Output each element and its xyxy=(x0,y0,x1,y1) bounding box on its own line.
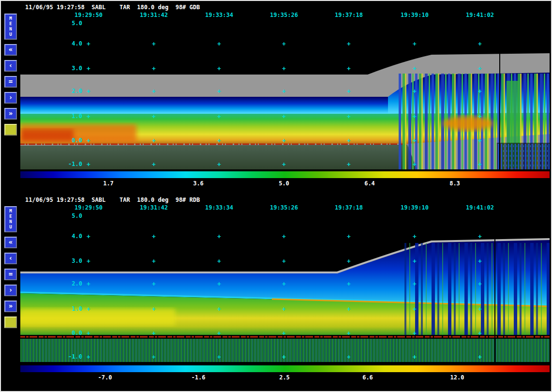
step-back-button[interactable]: ‹ xyxy=(4,253,17,264)
time-tick-label: 19:31:42 xyxy=(140,12,168,18)
grid-plus-mark: + xyxy=(217,40,221,47)
colorbar-tick-label: 12.0 xyxy=(450,374,464,381)
panel-rdb: 11/06/95 19:27:58 SABL TAR 180.0 deg 98#… xyxy=(1,194,551,391)
altitude-tick-label: 2.0 xyxy=(60,88,82,94)
colorbar-tick-label: -1.6 xyxy=(192,374,206,381)
panel-header: 11/06/95 19:27:58 SABL TAR 180.0 deg 98#… xyxy=(25,196,200,203)
grid-plus-mark: + xyxy=(347,40,351,47)
colorbar-tick-label: 1.7 xyxy=(103,180,114,187)
altitude-tick-label: -1.0 xyxy=(60,161,82,167)
time-tick-label: 19:33:34 xyxy=(205,204,233,211)
time-tick-label: 19:39:10 xyxy=(401,204,429,211)
time-tick-label: 19:41:02 xyxy=(466,12,494,18)
altitude-tick-label: 5.0 xyxy=(60,20,82,27)
altitude-tick-label: 1.0 xyxy=(60,113,82,120)
step-forward-button[interactable]: › xyxy=(4,92,17,104)
step-back-button[interactable]: ‹ xyxy=(4,60,17,72)
cursor-line[interactable] xyxy=(499,52,500,169)
altitude-tick-label: 0.0 xyxy=(60,137,82,144)
pause-button[interactable]: = xyxy=(4,76,17,88)
altitude-tick-label: 4.0 xyxy=(60,40,82,47)
altitude-tick-label: 1.0 xyxy=(60,305,82,312)
altitude-tick-label: 2.0 xyxy=(60,280,82,287)
time-tick-label: 19:37:18 xyxy=(335,204,363,211)
time-tick-label: 19:29:50 xyxy=(75,204,103,211)
step-forward-button[interactable]: › xyxy=(4,285,17,296)
time-tick-label: 19:41:02 xyxy=(466,204,494,211)
pause-button[interactable]: = xyxy=(4,269,17,280)
fast-forward-button[interactable]: » xyxy=(4,301,17,312)
panel-toolbar: MENU « ‹ = › » xyxy=(4,14,17,136)
time-tick-label: 19:39:10 xyxy=(401,12,429,18)
fast-forward-button[interactable]: » xyxy=(4,108,17,120)
altitude-tick-label: 0.0 xyxy=(60,330,82,336)
color-swatch-button[interactable] xyxy=(4,124,17,136)
colorbar-tick-label: 8.3 xyxy=(449,180,460,187)
time-tick-label: 19:35:26 xyxy=(270,12,298,18)
colorbar-gdb xyxy=(20,171,550,178)
colorbar-tick-label: -7.0 xyxy=(98,374,112,381)
grid-plus-mark: + xyxy=(87,40,90,47)
backscatter-curtain-gdb xyxy=(20,52,550,169)
altitude-tick-label: 3.0 xyxy=(60,257,82,264)
rewind-button[interactable]: « xyxy=(4,44,17,56)
grid-plus-mark: + xyxy=(413,40,417,47)
panel-header: 11/06/95 19:27:58 SABL TAR 180.0 deg 98#… xyxy=(25,4,200,11)
panel-gdb: 11/06/95 19:27:58 SABL TAR 180.0 deg 98#… xyxy=(1,1,551,194)
colorbar-tick-label: 6.6 xyxy=(362,374,373,381)
time-tick-label: 19:29:50 xyxy=(75,12,103,18)
altitude-tick-label: -1.0 xyxy=(60,353,82,360)
colorbar-tick-label: 3.6 xyxy=(193,180,204,187)
menu-button[interactable]: MENU xyxy=(4,14,17,40)
altitude-tick-label: 4.0 xyxy=(60,233,82,240)
rewind-button[interactable]: « xyxy=(4,237,17,248)
color-swatch-button[interactable] xyxy=(4,317,17,328)
grid-plus-mark: + xyxy=(152,40,156,47)
time-tick-label: 19:35:26 xyxy=(270,204,298,211)
time-tick-label: 19:33:34 xyxy=(205,12,233,18)
backscatter-curtain-rdb xyxy=(20,238,550,362)
colorbar-tick-label: 2.5 xyxy=(279,374,290,381)
colorbar-tick-label: 5.0 xyxy=(279,180,289,187)
grid-plus-mark: + xyxy=(282,40,286,47)
time-tick-label: 19:37:18 xyxy=(335,12,363,18)
altitude-tick-label: 5.0 xyxy=(60,212,82,219)
time-tick-label: 19:31:42 xyxy=(140,204,168,211)
colorbar-rdb xyxy=(20,365,550,372)
panel-toolbar: MENU « ‹ = › » xyxy=(4,206,17,328)
altitude-tick-label: 3.0 xyxy=(60,65,82,72)
menu-button[interactable]: MENU xyxy=(4,206,17,232)
grid-plus-mark: + xyxy=(478,40,482,47)
colorbar-tick-label: 6.4 xyxy=(364,180,375,187)
cursor-line[interactable] xyxy=(494,238,495,362)
sabl-display-window: 11/06/95 19:27:58 SABL TAR 180.0 deg 98#… xyxy=(0,0,552,392)
